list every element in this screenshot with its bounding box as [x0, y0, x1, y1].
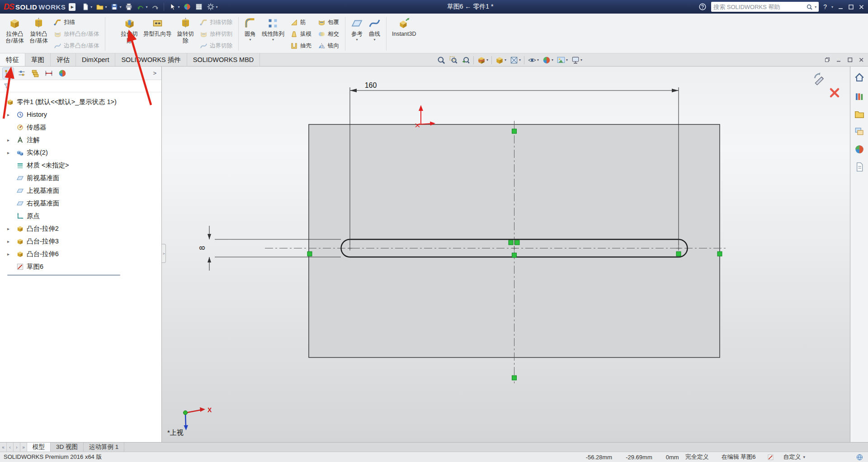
configurationmanager-tab[interactable]: [30, 68, 41, 79]
design-library-button[interactable]: [853, 90, 866, 103]
tree-filter-bar[interactable]: [0, 80, 161, 92]
tree-item-sketch6[interactable]: 草图6: [3, 260, 161, 273]
extruded-boss-button[interactable]: 拉伸凸 台/基体: [3, 15, 27, 53]
boundary-boss-button[interactable]: 边界凸台/基体: [51, 40, 102, 52]
help-menu[interactable]: ?: [823, 3, 827, 10]
doc-maximize-icon[interactable]: [847, 57, 853, 63]
cad-canvas[interactable]: 160 8: [162, 67, 850, 442]
custom-toolbar-selector[interactable]: 自定义 ▾: [783, 453, 805, 461]
file-explorer-button[interactable]: [853, 108, 866, 120]
display-style-button[interactable]: ▾: [508, 55, 522, 66]
extruded-cut-button[interactable]: 拉伸切 除: [118, 15, 141, 53]
previous-tab-icon[interactable]: ‹: [7, 443, 14, 452]
reference-caret-icon[interactable]: ▾: [356, 38, 358, 42]
edit-appearance-button[interactable]: ▾: [541, 55, 555, 66]
fillet-button[interactable]: 圆角 ▾: [241, 15, 259, 53]
section-view-button[interactable]: ▾: [476, 55, 490, 66]
tree-item-sensors[interactable]: 传感器: [3, 121, 161, 133]
search-icon[interactable]: [806, 4, 813, 10]
help-search-input[interactable]: [713, 4, 804, 10]
revolved-boss-button[interactable]: 旋转凸 台/基体: [27, 15, 51, 53]
zoom-fit-button[interactable]: [435, 55, 447, 66]
lofted-boss-button[interactable]: 放样凸台/基体: [51, 29, 102, 40]
options-button[interactable]: ▾: [205, 2, 219, 12]
swept-cut-button[interactable]: 扫描切除: [197, 17, 236, 28]
linear-pattern-caret-icon[interactable]: ▾: [272, 38, 274, 42]
intersect-button[interactable]: 相交: [315, 29, 342, 40]
tree-item-front-plane[interactable]: 前视基准面: [3, 171, 161, 184]
propertymanager-tab[interactable]: [16, 68, 27, 79]
dimension-160-text[interactable]: 160: [365, 81, 377, 89]
panel-expand-chevron-icon[interactable]: >: [151, 70, 159, 76]
swept-boss-button[interactable]: 扫描: [51, 17, 102, 28]
zoom-area-button[interactable]: [448, 55, 459, 66]
tab-model[interactable]: 模型: [27, 443, 51, 452]
tab-evaluate[interactable]: 评估: [51, 53, 76, 66]
tree-item-solid-bodies[interactable]: ▸ 实体(2): [3, 146, 161, 159]
print-button[interactable]: [123, 2, 134, 12]
expander-icon[interactable]: ▸: [7, 150, 9, 155]
view-orientation-button[interactable]: ▾: [494, 55, 508, 66]
tab-3d-views[interactable]: 3D 视图: [51, 443, 84, 452]
next-tab-icon[interactable]: ›: [14, 443, 20, 452]
tab-sketch[interactable]: 草图: [25, 53, 51, 66]
tree-item-material[interactable]: 材质 <未指定>: [3, 159, 161, 171]
rib-button[interactable]: 筋: [287, 17, 315, 28]
tree-item-annotations[interactable]: ▸ 注解: [3, 133, 161, 146]
doc-minimize-icon[interactable]: [836, 57, 842, 63]
search-options-caret-icon[interactable]: ▾: [815, 5, 816, 9]
curves-caret-icon[interactable]: ▾: [373, 38, 375, 42]
panel-splitter-handle[interactable]: >: [162, 244, 166, 263]
tab-motion-study[interactable]: 运动算例 1: [84, 443, 124, 452]
view-palette-button[interactable]: [853, 125, 866, 138]
appearances-button[interactable]: [853, 143, 866, 156]
close-icon[interactable]: [859, 4, 864, 10]
undo-button[interactable]: ▾: [135, 2, 149, 12]
web-globe-icon[interactable]: [856, 453, 863, 461]
featuremanager-tab[interactable]: [3, 68, 14, 79]
view-settings-button[interactable]: ▾: [570, 55, 584, 66]
doc-close-icon[interactable]: [859, 57, 864, 63]
tab-mbd[interactable]: SOLIDWORKS MBD: [187, 53, 260, 66]
expander-icon[interactable]: ▸: [7, 252, 9, 257]
dimension-8-text[interactable]: 8: [198, 246, 206, 250]
tree-item-right-plane[interactable]: 右视基准面: [3, 197, 161, 210]
expander-icon[interactable]: ▸: [7, 138, 9, 143]
doc-restore-icon[interactable]: [825, 57, 830, 63]
save-button[interactable]: ▾: [109, 2, 123, 12]
redo-button[interactable]: [150, 2, 160, 12]
tree-item-top-plane[interactable]: 上视基准面: [3, 184, 161, 197]
apply-scene-button[interactable]: ▾: [555, 55, 569, 66]
boundary-cut-button[interactable]: 边界切除: [197, 40, 236, 52]
help-circle-icon[interactable]: [698, 3, 707, 11]
select-button[interactable]: ▾: [167, 2, 181, 12]
tree-item-boss-extrude6[interactable]: ▸ 凸台-拉伸6: [3, 248, 161, 260]
tab-addins[interactable]: SOLIDWORKS 插件: [115, 53, 187, 66]
new-document-button[interactable]: ▾: [80, 2, 94, 12]
expander-icon[interactable]: ▸: [7, 112, 9, 117]
dimxpertmanager-tab[interactable]: [43, 68, 54, 79]
rollback-bar[interactable]: [7, 275, 120, 276]
hole-wizard-button[interactable]: 异型孔向导: [141, 15, 175, 53]
displaymanager-tab[interactable]: [57, 68, 68, 79]
tree-item-boss-extrude3[interactable]: ▸ 凸台-拉伸3: [3, 235, 161, 248]
exit-sketch-icon[interactable]: [813, 72, 826, 86]
menu-flyout-button[interactable]: ▶: [69, 3, 75, 11]
expander-icon[interactable]: ▸: [7, 226, 9, 231]
fillet-caret-icon[interactable]: ▾: [249, 38, 251, 42]
last-tab-icon[interactable]: »: [20, 443, 27, 452]
instant3d-button[interactable]: Instant3D: [389, 15, 419, 53]
options-table-button[interactable]: [193, 2, 204, 12]
linear-pattern-button[interactable]: 线性阵列 ▾: [259, 15, 287, 53]
first-tab-icon[interactable]: «: [0, 443, 7, 452]
maximize-icon[interactable]: [848, 4, 854, 10]
reference-geometry-button[interactable]: 参考 ▾: [348, 15, 366, 53]
minimize-icon[interactable]: [838, 4, 844, 10]
graphics-viewport[interactable]: 160 8: [162, 67, 850, 442]
tree-item-history[interactable]: ▸ History: [3, 108, 161, 121]
shell-button[interactable]: 抽壳: [287, 40, 315, 52]
draft-button[interactable]: 拔模: [287, 29, 315, 40]
tree-item-boss-extrude2[interactable]: ▸ 凸台-拉伸2: [3, 222, 161, 235]
lofted-cut-button[interactable]: 放样切割: [197, 29, 236, 40]
tree-item-origin[interactable]: 原点: [3, 210, 161, 222]
